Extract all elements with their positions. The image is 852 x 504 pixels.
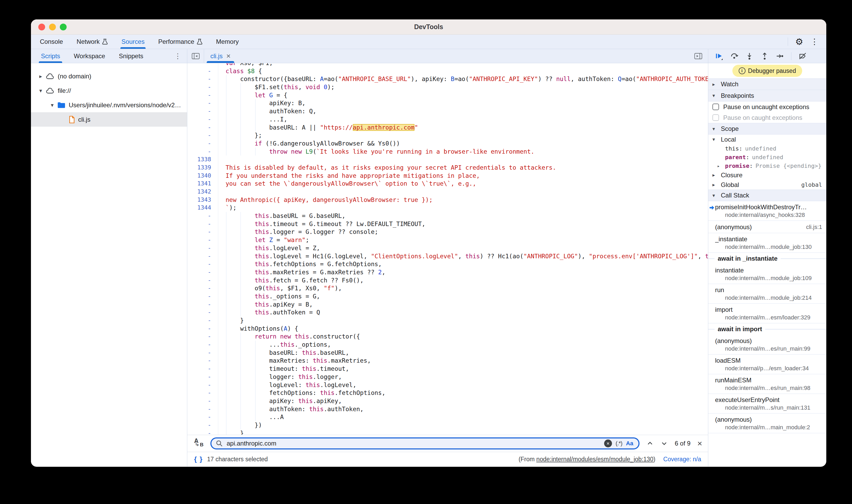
navigator-tab-snippets[interactable]: Snippets [112,49,150,63]
collapsed-line-marker[interactable]: - [187,332,218,341]
breakpoints-section-header[interactable]: ▾ Breakpoints [708,90,826,102]
stack-frame[interactable]: executeUserEntryPointnode:internal/m…s/r… [708,394,826,414]
scope-local[interactable]: ▾Local [708,134,826,144]
collapsed-line-marker[interactable]: - [187,389,218,397]
more-options-icon[interactable]: ⋮ [811,38,818,46]
collapsed-line-marker[interactable]: - [187,317,218,325]
disclosure-triangle[interactable]: ▾ [48,102,56,108]
clear-search-icon[interactable]: × [604,439,612,447]
step-over-icon[interactable] [730,52,738,60]
stack-frame[interactable]: runnode:internal/m…module_job:214 [708,284,826,304]
line-number[interactable]: 1344 [187,204,218,212]
scope-global[interactable]: ▸Globalglobal [708,180,826,190]
collapsed-line-marker[interactable]: - [187,405,218,413]
collapsed-line-marker[interactable]: - [187,244,218,252]
stack-frame[interactable]: (anonymous)node:internal/m…es/run_main:9… [708,335,826,355]
stack-frame[interactable]: _instantiatenode:internal/m…module_job:1… [708,233,826,253]
collapsed-line-marker[interactable]: - [187,373,218,381]
collapsed-line-marker[interactable]: - [187,236,218,244]
collapsed-line-marker[interactable]: - [187,220,218,228]
pause-uncaught-checkbox-row[interactable]: Pause on uncaught exceptions [708,102,826,112]
step-into-icon[interactable] [745,52,753,60]
chevron-right-icon[interactable]: ▸ [717,163,725,168]
coverage-link[interactable]: Coverage: n/a [663,456,701,463]
collapsed-line-marker[interactable]: - [187,357,218,365]
hide-debugger-icon[interactable] [689,49,708,63]
tab-performance[interactable]: Performance [152,35,209,49]
collapsed-line-marker[interactable]: - [187,83,218,91]
stack-frame[interactable]: loadESMnode:internal/p…/esm_loader:34 [708,355,826,374]
code-viewer[interactable]: var Xs0, $F1;-class $8 {- constructor({b… [187,63,708,435]
collapsed-line-marker[interactable]: - [187,268,218,276]
collapsed-line-marker[interactable]: - [187,292,218,301]
collapsed-line-marker[interactable]: - [187,99,218,107]
stack-frame[interactable]: (anonymous)node:internal/m…main_module:2 [708,414,826,433]
close-find-icon[interactable]: × [697,439,702,448]
collapsed-line-marker[interactable]: - [187,67,218,75]
tab-console[interactable]: Console [33,35,70,49]
resume-script-icon[interactable] [715,52,723,60]
collapsed-line-marker[interactable]: - [187,75,218,83]
collapsed-line-marker[interactable]: - [187,91,218,100]
settings-gear-icon[interactable]: ⚙ [795,37,803,46]
collapsed-line-marker[interactable]: - [187,421,218,429]
scope-closure[interactable]: ▸Closure [708,170,826,180]
collapsed-line-marker[interactable]: - [187,131,218,140]
stack-frame[interactable]: (anonymous)cli.js:1 [708,221,826,233]
zoom-button[interactable] [60,23,67,31]
source-origin-link[interactable]: node:internal/modules/esm/module_job:130 [536,456,653,463]
stack-frame[interactable]: instantiatenode:internal/m…module_job:10… [708,264,826,284]
collapsed-line-marker[interactable]: - [187,308,218,317]
collapsed-line-marker[interactable]: - [187,325,218,333]
stack-frame[interactable]: promiseInitHookWithDestroyTr…node:intern… [708,201,826,221]
line-number[interactable]: 1342 [187,188,218,196]
collapsed-line-marker[interactable]: - [187,365,218,373]
line-number[interactable]: 1338 [187,156,218,164]
editor-tab-clijs[interactable]: cli.js × [204,49,237,63]
checkbox-unchecked[interactable] [712,104,719,110]
tab-sources[interactable]: Sources [114,35,152,49]
collapsed-line-marker[interactable]: - [187,252,218,260]
line-number[interactable] [187,63,218,67]
scope-section-header[interactable]: ▾ Scope [708,123,826,134]
hide-navigator-icon[interactable] [187,49,204,63]
minimize-button[interactable] [49,23,56,31]
previous-match-icon[interactable] [646,440,654,447]
tab-memory[interactable]: Memory [209,35,246,49]
navigator-tab-scripts[interactable]: Scripts [34,49,67,63]
collapsed-line-marker[interactable]: - [187,212,218,220]
collapsed-line-marker[interactable]: - [187,341,218,349]
match-case-toggle[interactable]: Aa [626,440,634,447]
find-replace-icon[interactable]: A↳B [193,437,205,449]
pause-caught-checkbox-row[interactable]: Pause on caught exceptions [708,112,826,123]
tab-close-icon[interactable]: × [226,52,231,60]
regex-toggle[interactable]: (.*) [616,440,622,447]
tree-item-users-jinhuilee-nvm-versions-node-v2-[interactable]: ▾Users/jinhuilee/.nvm/versions/node/v2… [31,98,187,112]
line-number[interactable]: 1340 [187,172,218,180]
tree-item-file-[interactable]: ▾file:// [31,84,187,98]
collapsed-line-marker[interactable]: - [187,284,218,292]
collapsed-line-marker[interactable]: - [187,140,218,148]
collapsed-line-marker[interactable]: - [187,260,218,268]
search-input[interactable] [227,440,600,447]
stack-frame[interactable]: runMainESMnode:internal/m…es/run_main:98 [708,374,826,394]
line-number[interactable]: 1343 [187,196,218,204]
close-button[interactable] [38,23,45,31]
step-icon[interactable] [776,52,784,60]
collapsed-line-marker[interactable]: - [187,397,218,405]
collapsed-line-marker[interactable]: - [187,228,218,236]
collapsed-line-marker[interactable]: - [187,115,218,124]
collapsed-line-marker[interactable]: - [187,107,218,115]
tree-item--no-domain-[interactable]: ▸(no domain) [31,69,187,84]
disclosure-triangle[interactable]: ▾ [37,88,45,94]
collapsed-line-marker[interactable]: - [187,349,218,357]
next-match-icon[interactable] [660,440,668,447]
disclosure-triangle[interactable]: ▸ [37,73,45,79]
tab-network[interactable]: Network [70,35,114,49]
step-out-icon[interactable] [761,52,768,60]
navigator-tab-workspace[interactable]: Workspace [67,49,112,63]
navigator-more-icon[interactable]: ⋮ [174,52,187,60]
pretty-print-icon[interactable]: { } [194,455,203,463]
line-number[interactable]: 1339 [187,164,218,172]
stack-frame[interactable]: importnode:internal/m…esm/loader:329 [708,304,826,323]
